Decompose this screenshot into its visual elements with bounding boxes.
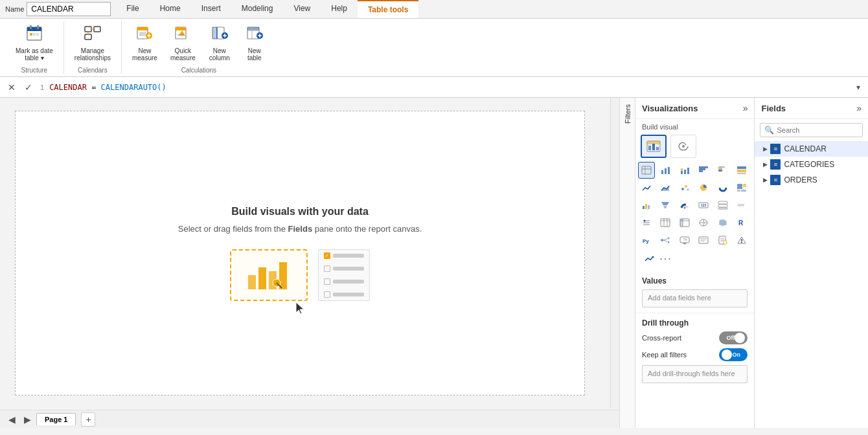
new-column-button[interactable]: Newcolumn	[203, 21, 236, 64]
viz-icon-kpi[interactable]: KPI	[733, 197, 750, 214]
tab-modeling[interactable]: Modeling	[231, 0, 284, 18]
calendar-chevron-icon[interactable]: ▶	[761, 145, 769, 153]
svg-marker-82	[663, 206, 667, 208]
viz-panel-title: Visualizations	[642, 104, 698, 113]
filters-panel: Filters	[619, 98, 635, 428]
fields-item-calendar[interactable]: ▶ ≡ CALENDAR	[755, 141, 868, 157]
viz-icon-pie[interactable]	[695, 179, 712, 196]
svg-point-73	[722, 186, 724, 189]
svg-point-71	[687, 189, 689, 191]
viz-icon-donut[interactable]	[714, 179, 731, 196]
page-tab-1[interactable]: Page 1	[36, 413, 76, 425]
keep-filters-toggle[interactable]: On	[719, 348, 748, 361]
formula-text[interactable]: CALENDAR = CALENDARAUTO()	[49, 83, 166, 92]
svg-point-124	[652, 256, 654, 258]
cross-report-label: Cross-report	[642, 334, 681, 342]
add-page-button[interactable]: +	[81, 412, 95, 427]
tab-file[interactable]: File	[116, 0, 149, 18]
viz-format-button[interactable]	[670, 135, 696, 158]
fields-item-orders[interactable]: ▶ ≡ ORDERS	[755, 172, 868, 188]
new-table-button[interactable]: Newtable	[238, 21, 271, 64]
fields-item-categories[interactable]: ▶ ≡ CATEGORIES	[755, 157, 868, 172]
tab-home[interactable]: Home	[150, 0, 191, 18]
drill-through-section: Drill through Cross-report Off Keep all …	[635, 313, 754, 388]
quick-measure-button[interactable]: Quickmeasure	[165, 21, 201, 64]
cross-report-toggle[interactable]: Off	[719, 331, 748, 344]
quick-measure-icon	[174, 24, 192, 46]
new-table-label: Newtable	[247, 47, 262, 61]
svg-rect-13	[137, 27, 148, 30]
viz-icon-metrics2[interactable]	[641, 251, 657, 267]
tab-help[interactable]: Help	[321, 0, 358, 18]
viz-icon-metrics[interactable]	[733, 232, 750, 249]
viz-build-button[interactable]	[641, 135, 667, 158]
orders-chevron-icon[interactable]: ▶	[761, 176, 769, 184]
viz-icons-container: 123 KPI R Py ?A	[635, 161, 754, 271]
viz-values-drop-area[interactable]: Add data fields here	[642, 289, 748, 307]
viz-icon-decomp[interactable]	[657, 232, 674, 249]
svg-marker-112	[683, 243, 687, 245]
formula-cancel-button[interactable]: ✕	[4, 80, 19, 95]
name-input[interactable]	[27, 2, 111, 16]
viz-icon-waterfall[interactable]	[638, 197, 655, 214]
viz-icon-100pct[interactable]	[733, 162, 750, 179]
viz-icon-scatter[interactable]	[676, 179, 693, 196]
viz-icon-matrix[interactable]	[676, 214, 693, 231]
viz-icon-multirow-card[interactable]	[714, 197, 731, 214]
viz-icon-table[interactable]	[638, 162, 655, 179]
viz-icon-gauge[interactable]	[676, 197, 693, 214]
svg-rect-78	[643, 206, 645, 209]
viz-icon-bar[interactable]	[657, 162, 674, 179]
viz-icon-card[interactable]: 123	[695, 197, 712, 214]
drill-through-drop-area[interactable]: Add drill-through fields here	[642, 365, 748, 383]
vertical-scrollbar[interactable]	[610, 98, 619, 408]
svg-point-83	[683, 207, 685, 209]
viz-icon-area[interactable]	[657, 179, 674, 196]
tab-insert[interactable]: Insert	[191, 0, 231, 18]
viz-icon-stacked-col[interactable]	[714, 162, 731, 179]
viz-icon-filled-map[interactable]	[714, 214, 731, 231]
svg-rect-63	[718, 168, 722, 170]
tab-view[interactable]: View	[283, 0, 321, 18]
viz-icon-treemap[interactable]	[733, 179, 750, 196]
viz-icon-table2[interactable]	[657, 214, 674, 231]
viz-icon-stacked-bar[interactable]	[676, 162, 693, 179]
report-canvas[interactable]: Build visuals with your data Select or d…	[15, 111, 585, 396]
categories-chevron-icon[interactable]: ▶	[761, 161, 769, 168]
mark-date-table-button[interactable]: Mark as datetable ▾	[10, 21, 58, 64]
fields-expand-button[interactable]: »	[856, 103, 862, 113]
viz-icon-r[interactable]: R	[733, 214, 750, 231]
viz-values-title: Values	[642, 276, 748, 285]
viz-icon-paginated[interactable]	[714, 232, 731, 249]
page-next-button[interactable]: ▶	[21, 413, 34, 426]
fields-search-input[interactable]	[777, 126, 866, 134]
svg-rect-52	[661, 170, 663, 174]
placeholder-list-box: ✓	[318, 249, 370, 301]
page-prev-button[interactable]: ◀	[5, 413, 18, 426]
tab-table-tools[interactable]: Table tools	[358, 0, 418, 18]
fields-search-box[interactable]: 🔍	[760, 123, 863, 137]
svg-rect-120	[724, 241, 727, 244]
viz-icon-smart-narrative[interactable]	[695, 232, 712, 249]
viz-icon-funnel[interactable]	[657, 197, 674, 214]
formula-expand-button[interactable]: ▾	[852, 82, 864, 93]
keep-filters-toggle-label: On	[732, 351, 740, 358]
viz-icon-python[interactable]: Py	[638, 232, 655, 249]
formula-confirm-button[interactable]: ✓	[21, 80, 36, 95]
viz-icon-line[interactable]	[638, 179, 655, 196]
viz-icon-map[interactable]	[695, 214, 712, 231]
viz-icon-column[interactable]	[695, 162, 712, 179]
placeholder-chart-box	[230, 249, 308, 301]
viz-icon-more[interactable]: ···	[657, 251, 674, 267]
viz-panel-expand-button[interactable]: »	[743, 103, 748, 113]
svg-marker-81	[661, 202, 669, 205]
svg-point-69	[681, 188, 684, 190]
svg-rect-2	[30, 25, 32, 29]
svg-rect-67	[737, 173, 746, 174]
svg-line-110	[663, 240, 667, 241]
viz-icon-qa[interactable]: ?A	[676, 232, 693, 249]
manage-relationships-button[interactable]: Managerelationships	[69, 21, 116, 64]
filters-label[interactable]: Filters	[624, 98, 632, 130]
viz-icon-slicer[interactable]	[638, 214, 655, 231]
new-measure-button[interactable]: Newmeasure	[127, 21, 163, 64]
